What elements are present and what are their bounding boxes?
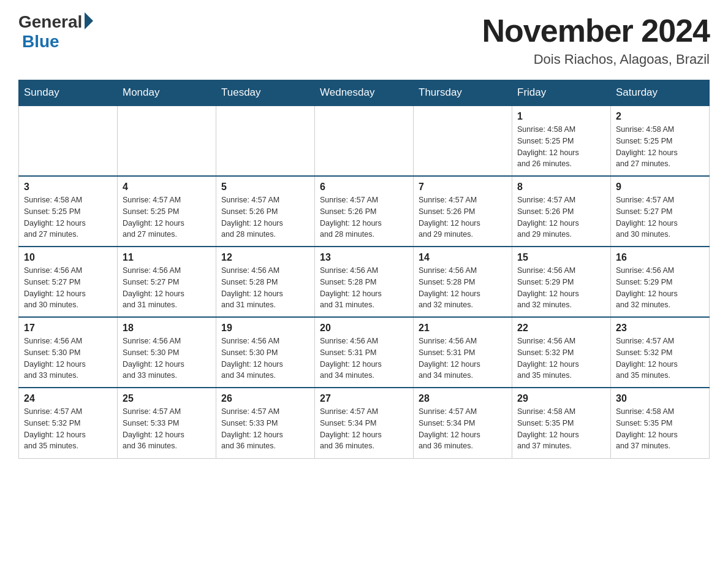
day-info: Sunrise: 4:56 AM Sunset: 5:31 PM Dayligh… — [320, 335, 408, 381]
day-number: 10 — [24, 252, 112, 263]
day-info: Sunrise: 4:58 AM Sunset: 5:25 PM Dayligh… — [24, 194, 112, 240]
day-info: Sunrise: 4:57 AM Sunset: 5:34 PM Dayligh… — [320, 406, 408, 452]
logo-arrow-icon — [85, 12, 93, 29]
calendar-cell: 5Sunrise: 4:57 AM Sunset: 5:26 PM Daylig… — [216, 176, 315, 247]
day-info: Sunrise: 4:57 AM Sunset: 5:26 PM Dayligh… — [221, 194, 309, 240]
day-info: Sunrise: 4:56 AM Sunset: 5:29 PM Dayligh… — [616, 265, 704, 311]
weekday-header-thursday: Thursday — [414, 80, 512, 106]
day-info: Sunrise: 4:58 AM Sunset: 5:25 PM Dayligh… — [517, 124, 605, 170]
day-number: 30 — [616, 393, 704, 404]
calendar-cell: 21Sunrise: 4:56 AM Sunset: 5:31 PM Dayli… — [414, 317, 512, 388]
calendar-cell: 15Sunrise: 4:56 AM Sunset: 5:29 PM Dayli… — [512, 247, 611, 317]
calendar-cell — [414, 105, 512, 176]
day-number: 2 — [616, 111, 704, 122]
day-number: 27 — [320, 393, 408, 404]
weekday-header-wednesday: Wednesday — [315, 80, 414, 106]
day-number: 21 — [419, 323, 507, 334]
day-number: 17 — [24, 323, 112, 334]
day-info: Sunrise: 4:56 AM Sunset: 5:27 PM Dayligh… — [24, 265, 112, 311]
calendar-cell: 27Sunrise: 4:57 AM Sunset: 5:34 PM Dayli… — [315, 388, 414, 458]
day-info: Sunrise: 4:56 AM Sunset: 5:30 PM Dayligh… — [221, 335, 309, 381]
calendar-cell: 20Sunrise: 4:56 AM Sunset: 5:31 PM Dayli… — [315, 317, 414, 388]
calendar-cell: 7Sunrise: 4:57 AM Sunset: 5:26 PM Daylig… — [414, 176, 512, 247]
day-info: Sunrise: 4:56 AM Sunset: 5:31 PM Dayligh… — [419, 335, 507, 381]
weekday-header-friday: Friday — [512, 80, 611, 106]
calendar-cell: 30Sunrise: 4:58 AM Sunset: 5:35 PM Dayli… — [611, 388, 710, 458]
day-number: 3 — [24, 182, 112, 193]
logo-general: General — [18, 12, 82, 32]
calendar-cell: 1Sunrise: 4:58 AM Sunset: 5:25 PM Daylig… — [512, 105, 611, 176]
calendar-cell — [19, 105, 118, 176]
day-number: 23 — [616, 323, 704, 334]
calendar-cell — [216, 105, 315, 176]
week-row-1: 1Sunrise: 4:58 AM Sunset: 5:25 PM Daylig… — [19, 105, 710, 176]
calendar-cell: 18Sunrise: 4:56 AM Sunset: 5:30 PM Dayli… — [118, 317, 216, 388]
day-info: Sunrise: 4:57 AM Sunset: 5:32 PM Dayligh… — [24, 406, 112, 452]
day-info: Sunrise: 4:56 AM Sunset: 5:27 PM Dayligh… — [123, 265, 211, 311]
week-row-2: 3Sunrise: 4:58 AM Sunset: 5:25 PM Daylig… — [19, 176, 710, 247]
calendar-cell: 14Sunrise: 4:56 AM Sunset: 5:28 PM Dayli… — [414, 247, 512, 317]
location-title: Dois Riachos, Alagoas, Brazil — [482, 52, 710, 67]
calendar-cell: 6Sunrise: 4:57 AM Sunset: 5:26 PM Daylig… — [315, 176, 414, 247]
day-number: 26 — [221, 393, 309, 404]
logo-blue: Blue — [22, 32, 93, 52]
week-row-5: 24Sunrise: 4:57 AM Sunset: 5:32 PM Dayli… — [19, 388, 710, 458]
calendar-cell: 17Sunrise: 4:56 AM Sunset: 5:30 PM Dayli… — [19, 317, 118, 388]
day-number: 24 — [24, 393, 112, 404]
day-number: 11 — [123, 252, 211, 263]
day-info: Sunrise: 4:57 AM Sunset: 5:25 PM Dayligh… — [123, 194, 211, 240]
calendar-cell: 22Sunrise: 4:56 AM Sunset: 5:32 PM Dayli… — [512, 317, 611, 388]
calendar-cell: 2Sunrise: 4:58 AM Sunset: 5:25 PM Daylig… — [611, 105, 710, 176]
calendar-cell: 26Sunrise: 4:57 AM Sunset: 5:33 PM Dayli… — [216, 388, 315, 458]
day-number: 28 — [419, 393, 507, 404]
day-info: Sunrise: 4:56 AM Sunset: 5:30 PM Dayligh… — [123, 335, 211, 381]
weekday-header-row: SundayMondayTuesdayWednesdayThursdayFrid… — [19, 80, 710, 106]
calendar-cell: 23Sunrise: 4:57 AM Sunset: 5:32 PM Dayli… — [611, 317, 710, 388]
day-info: Sunrise: 4:56 AM Sunset: 5:28 PM Dayligh… — [221, 265, 309, 311]
day-number: 12 — [221, 252, 309, 263]
calendar-cell: 24Sunrise: 4:57 AM Sunset: 5:32 PM Dayli… — [19, 388, 118, 458]
week-row-3: 10Sunrise: 4:56 AM Sunset: 5:27 PM Dayli… — [19, 247, 710, 317]
day-info: Sunrise: 4:57 AM Sunset: 5:26 PM Dayligh… — [517, 194, 605, 240]
day-info: Sunrise: 4:57 AM Sunset: 5:32 PM Dayligh… — [616, 335, 704, 381]
day-info: Sunrise: 4:57 AM Sunset: 5:33 PM Dayligh… — [123, 406, 211, 452]
day-number: 8 — [517, 182, 605, 193]
calendar-cell — [315, 105, 414, 176]
day-info: Sunrise: 4:58 AM Sunset: 5:25 PM Dayligh… — [616, 124, 704, 170]
day-number: 5 — [221, 182, 309, 193]
calendar-cell: 28Sunrise: 4:57 AM Sunset: 5:34 PM Dayli… — [414, 388, 512, 458]
calendar-cell: 8Sunrise: 4:57 AM Sunset: 5:26 PM Daylig… — [512, 176, 611, 247]
day-info: Sunrise: 4:58 AM Sunset: 5:35 PM Dayligh… — [616, 406, 704, 452]
title-section: November 2024 Dois Riachos, Alagoas, Bra… — [482, 12, 710, 67]
day-number: 19 — [221, 323, 309, 334]
calendar-cell: 12Sunrise: 4:56 AM Sunset: 5:28 PM Dayli… — [216, 247, 315, 317]
weekday-header-tuesday: Tuesday — [216, 80, 315, 106]
calendar-cell: 10Sunrise: 4:56 AM Sunset: 5:27 PM Dayli… — [19, 247, 118, 317]
day-info: Sunrise: 4:56 AM Sunset: 5:29 PM Dayligh… — [517, 265, 605, 311]
day-info: Sunrise: 4:57 AM Sunset: 5:26 PM Dayligh… — [419, 194, 507, 240]
calendar-cell: 25Sunrise: 4:57 AM Sunset: 5:33 PM Dayli… — [118, 388, 216, 458]
calendar-cell: 19Sunrise: 4:56 AM Sunset: 5:30 PM Dayli… — [216, 317, 315, 388]
calendar-cell: 13Sunrise: 4:56 AM Sunset: 5:28 PM Dayli… — [315, 247, 414, 317]
day-info: Sunrise: 4:58 AM Sunset: 5:35 PM Dayligh… — [517, 406, 605, 452]
day-number: 7 — [419, 182, 507, 193]
day-info: Sunrise: 4:56 AM Sunset: 5:32 PM Dayligh… — [517, 335, 605, 381]
day-number: 6 — [320, 182, 408, 193]
day-info: Sunrise: 4:57 AM Sunset: 5:26 PM Dayligh… — [320, 194, 408, 240]
day-number: 22 — [517, 323, 605, 334]
day-number: 20 — [320, 323, 408, 334]
day-info: Sunrise: 4:57 AM Sunset: 5:33 PM Dayligh… — [221, 406, 309, 452]
week-row-4: 17Sunrise: 4:56 AM Sunset: 5:30 PM Dayli… — [19, 317, 710, 388]
logo: General Blue — [18, 12, 93, 52]
weekday-header-sunday: Sunday — [19, 80, 118, 106]
calendar-cell: 9Sunrise: 4:57 AM Sunset: 5:27 PM Daylig… — [611, 176, 710, 247]
day-number: 29 — [517, 393, 605, 404]
calendar-cell: 16Sunrise: 4:56 AM Sunset: 5:29 PM Dayli… — [611, 247, 710, 317]
day-number: 18 — [123, 323, 211, 334]
calendar-cell: 29Sunrise: 4:58 AM Sunset: 5:35 PM Dayli… — [512, 388, 611, 458]
day-number: 16 — [616, 252, 704, 263]
calendar-table: SundayMondayTuesdayWednesdayThursdayFrid… — [18, 80, 710, 459]
day-info: Sunrise: 4:56 AM Sunset: 5:28 PM Dayligh… — [320, 265, 408, 311]
calendar-cell: 3Sunrise: 4:58 AM Sunset: 5:25 PM Daylig… — [19, 176, 118, 247]
day-number: 4 — [123, 182, 211, 193]
